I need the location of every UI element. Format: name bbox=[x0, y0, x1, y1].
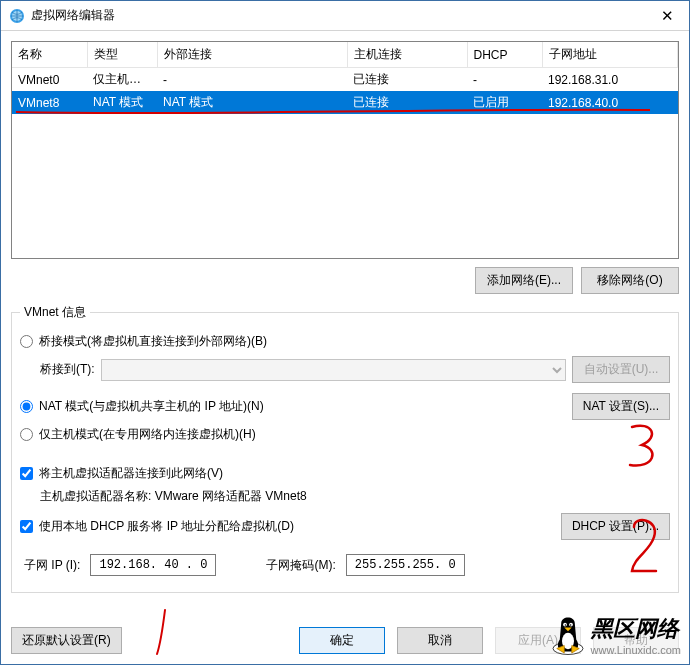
subnet-ip-label: 子网 IP (I): bbox=[24, 557, 80, 574]
radio-hostonly-label: 仅主机模式(在专用网络内连接虚拟机)(H) bbox=[39, 426, 256, 443]
window-title: 虚拟网络编辑器 bbox=[31, 7, 645, 24]
check-dhcp-label: 使用本地 DHCP 服务将 IP 地址分配给虚拟机(D) bbox=[39, 518, 294, 535]
cell-dhcp: - bbox=[467, 68, 542, 92]
radio-bridged[interactable]: 桥接模式(将虚拟机直接连接到外部网络)(B) bbox=[20, 333, 670, 350]
col-type[interactable]: 类型 bbox=[87, 42, 157, 68]
remove-network-button[interactable]: 移除网络(O) bbox=[581, 267, 679, 294]
ip-row: 子网 IP (I): 192.168. 40 . 0 子网掩码(M): 255.… bbox=[24, 554, 670, 576]
check-dhcp[interactable]: 使用本地 DHCP 服务将 IP 地址分配给虚拟机(D) bbox=[20, 518, 294, 535]
ok-button[interactable]: 确定 bbox=[299, 627, 385, 654]
table-row[interactable]: VMnet0 仅主机… - 已连接 - 192.168.31.0 bbox=[12, 68, 678, 92]
subnet-mask-label: 子网掩码(M): bbox=[266, 557, 335, 574]
subnet-ip-input[interactable]: 192.168. 40 . 0 bbox=[90, 554, 216, 576]
cell-ext: - bbox=[157, 68, 347, 92]
col-subnet[interactable]: 子网地址 bbox=[542, 42, 678, 68]
close-button[interactable]: ✕ bbox=[645, 1, 689, 30]
cell-subnet: 192.168.31.0 bbox=[542, 68, 678, 92]
app-icon bbox=[9, 8, 25, 24]
dialog-window: 虚拟网络编辑器 ✕ 名称 类型 外部连接 主机连接 DHCP 子网地址 VMne… bbox=[0, 0, 690, 665]
titlebar: 虚拟网络编辑器 ✕ bbox=[1, 1, 689, 31]
bridged-to-row: 桥接到(T): 自动设置(U)... bbox=[40, 356, 670, 383]
restore-defaults-button[interactable]: 还原默认设置(R) bbox=[11, 627, 122, 654]
apply-button[interactable]: 应用(A) bbox=[495, 627, 581, 654]
host-adapter-name: 主机虚拟适配器名称: VMware 网络适配器 VMnet8 bbox=[40, 488, 670, 505]
radio-nat[interactable]: NAT 模式(与虚拟机共享主机的 IP 地址)(N) bbox=[20, 398, 264, 415]
network-buttons: 添加网络(E)... 移除网络(O) bbox=[11, 267, 679, 294]
radio-hostonly[interactable]: 仅主机模式(在专用网络内连接虚拟机)(H) bbox=[20, 426, 670, 443]
vmnet-info-legend: VMnet 信息 bbox=[20, 304, 90, 321]
check-dhcp-input[interactable] bbox=[20, 520, 33, 533]
radio-bridged-label: 桥接模式(将虚拟机直接连接到外部网络)(B) bbox=[39, 333, 267, 350]
subnet-mask-input[interactable]: 255.255.255. 0 bbox=[346, 554, 465, 576]
col-host[interactable]: 主机连接 bbox=[347, 42, 467, 68]
cell-name: VMnet0 bbox=[12, 68, 87, 92]
dhcp-settings-button[interactable]: DHCP 设置(P)... bbox=[561, 513, 670, 540]
bridged-to-select bbox=[101, 359, 566, 381]
table-header: 名称 类型 外部连接 主机连接 DHCP 子网地址 bbox=[12, 42, 678, 68]
check-host-adapter-label: 将主机虚拟适配器连接到此网络(V) bbox=[39, 465, 223, 482]
col-ext[interactable]: 外部连接 bbox=[157, 42, 347, 68]
nat-row: NAT 模式(与虚拟机共享主机的 IP 地址)(N) NAT 设置(S)... bbox=[20, 393, 670, 420]
networks-table[interactable]: 名称 类型 外部连接 主机连接 DHCP 子网地址 VMnet0 仅主机… - … bbox=[11, 41, 679, 259]
col-dhcp[interactable]: DHCP bbox=[467, 42, 542, 68]
help-button[interactable]: 帮助 bbox=[593, 627, 679, 654]
nat-settings-button[interactable]: NAT 设置(S)... bbox=[572, 393, 670, 420]
dhcp-row: 使用本地 DHCP 服务将 IP 地址分配给虚拟机(D) DHCP 设置(P).… bbox=[20, 513, 670, 540]
radio-hostonly-input[interactable] bbox=[20, 428, 33, 441]
radio-nat-input[interactable] bbox=[20, 400, 33, 413]
annotation-underline bbox=[14, 104, 654, 118]
auto-settings-button: 自动设置(U)... bbox=[572, 356, 670, 383]
annotation-1 bbox=[153, 608, 175, 658]
vmnet-info-group: VMnet 信息 桥接模式(将虚拟机直接连接到外部网络)(B) 桥接到(T): … bbox=[11, 304, 679, 593]
cell-type: 仅主机… bbox=[87, 68, 157, 92]
bridged-to-label: 桥接到(T): bbox=[40, 361, 95, 378]
radio-nat-label: NAT 模式(与虚拟机共享主机的 IP 地址)(N) bbox=[39, 398, 264, 415]
check-host-adapter-input[interactable] bbox=[20, 467, 33, 480]
content-area: 名称 类型 外部连接 主机连接 DHCP 子网地址 VMnet0 仅主机… - … bbox=[1, 31, 689, 617]
cell-host: 已连接 bbox=[347, 68, 467, 92]
col-name[interactable]: 名称 bbox=[12, 42, 87, 68]
check-host-adapter[interactable]: 将主机虚拟适配器连接到此网络(V) bbox=[20, 465, 670, 482]
add-network-button[interactable]: 添加网络(E)... bbox=[475, 267, 573, 294]
radio-bridged-input[interactable] bbox=[20, 335, 33, 348]
bottom-bar: 还原默认设置(R) 确定 取消 应用(A) 帮助 bbox=[1, 617, 689, 664]
cancel-button[interactable]: 取消 bbox=[397, 627, 483, 654]
close-icon: ✕ bbox=[661, 7, 674, 25]
